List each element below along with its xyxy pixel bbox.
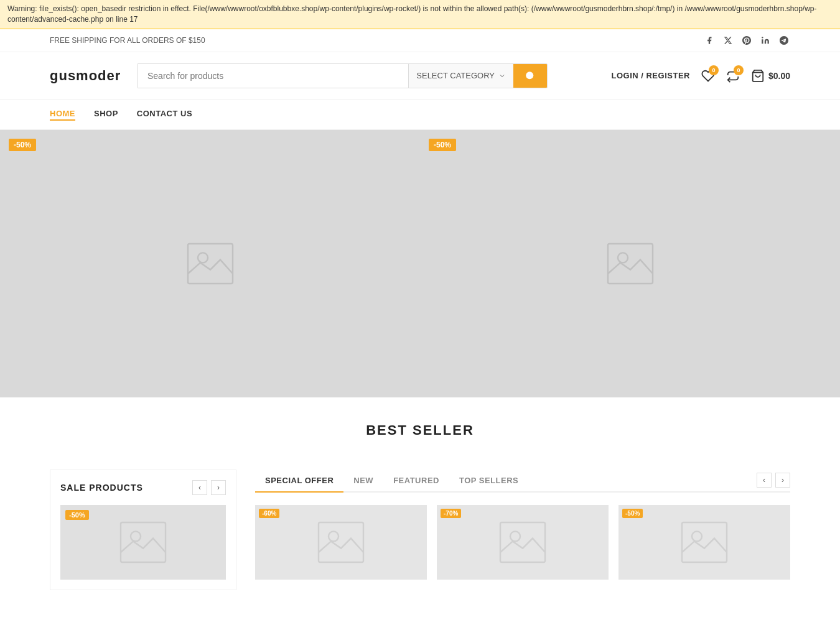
- tab-new[interactable]: NEW: [343, 470, 383, 493]
- svg-point-11: [329, 531, 338, 541]
- warning-bar: Warning: file_exists(): open_basedir res…: [0, 0, 840, 29]
- sale-product-image: -50%: [60, 505, 226, 580]
- placeholder-image-icon-2: [605, 239, 655, 289]
- hero-right-image: [420, 130, 840, 397]
- sale-products-title: SALE PRODUCTS: [60, 483, 143, 493]
- wishlist-badge: 0: [709, 65, 719, 75]
- header: gusmoder SELECT CATEGORY LOGIN / REGISTE…: [0, 52, 840, 100]
- svg-rect-4: [188, 244, 233, 284]
- search-button[interactable]: [513, 64, 547, 88]
- svg-point-7: [618, 252, 628, 262]
- hero-left-badge: -50%: [9, 139, 36, 151]
- search-icon: [525, 70, 536, 81]
- category-select-label: SELECT CATEGORY: [416, 71, 495, 80]
- nav-item-home[interactable]: HOME: [50, 109, 75, 121]
- search-bar: SELECT CATEGORY: [137, 63, 548, 88]
- bottom-panels: SALE PRODUCTS ‹ › -50% SPECIAL OFFER NEW…: [0, 470, 840, 615]
- sale-products-prev-button[interactable]: ‹: [192, 480, 207, 495]
- product-placeholder-icon-3: [679, 517, 729, 567]
- x-twitter-icon[interactable]: [722, 34, 734, 47]
- svg-rect-14: [682, 522, 727, 562]
- wishlist-button[interactable]: 0: [701, 69, 715, 83]
- svg-point-13: [510, 531, 520, 541]
- linkedin-icon[interactable]: [759, 34, 772, 47]
- svg-point-0: [762, 37, 763, 38]
- hero-right-badge: -50%: [429, 139, 456, 151]
- product-card-3: -50%: [618, 505, 790, 580]
- logo[interactable]: gusmoder: [50, 68, 124, 84]
- compare-button[interactable]: 0: [726, 69, 740, 83]
- pinterest-icon[interactable]: [740, 34, 753, 47]
- sale-products-header: SALE PRODUCTS ‹ ›: [60, 480, 226, 495]
- product-image-3: -50%: [618, 505, 790, 580]
- cart-icon-wrapper: [751, 69, 765, 83]
- sale-placeholder-icon: [118, 517, 168, 567]
- product-image-1: -60%: [255, 505, 427, 580]
- placeholder-image-icon: [185, 239, 235, 289]
- product-card-2: -70%: [437, 505, 609, 580]
- search-input[interactable]: [138, 64, 408, 88]
- chevron-down-icon: [498, 72, 506, 80]
- svg-rect-8: [121, 522, 166, 562]
- hero-slide-right: -50%: [420, 130, 840, 397]
- svg-point-15: [692, 531, 702, 541]
- social-icons: [703, 34, 790, 47]
- nav-item-shop[interactable]: SHOP: [94, 109, 118, 121]
- promo-bar: FREE SHIPPING FOR ALL ORDERS OF $150: [0, 29, 840, 52]
- cart-amount: $0.00: [768, 71, 790, 81]
- tabs-nav: ‹ ›: [757, 473, 790, 488]
- sale-products-nav: ‹ ›: [192, 480, 226, 495]
- product-card-1: -60%: [255, 505, 427, 580]
- best-seller-title: BEST SELLER: [50, 422, 790, 438]
- cart-button[interactable]: $0.00: [751, 69, 790, 83]
- telegram-icon[interactable]: [778, 34, 790, 47]
- compare-badge: 0: [734, 65, 744, 75]
- cart-icon: [751, 69, 765, 83]
- product-placeholder-icon-1: [316, 517, 366, 567]
- special-offer-panel: SPECIAL OFFER NEW FEATURED TOP SELLERS ‹…: [255, 470, 790, 590]
- header-actions: LOGIN / REGISTER 0 0: [611, 69, 790, 83]
- product-image-2: -70%: [437, 505, 609, 580]
- facebook-icon[interactable]: [703, 34, 716, 47]
- products-row: -60% -70%: [255, 505, 790, 580]
- product-badge-3: -50%: [622, 509, 643, 518]
- best-seller-section: BEST SELLER: [0, 397, 840, 470]
- svg-line-2: [532, 78, 534, 80]
- svg-rect-6: [608, 244, 653, 284]
- svg-point-1: [526, 72, 533, 79]
- svg-point-9: [131, 531, 141, 541]
- tab-featured[interactable]: FEATURED: [383, 470, 449, 493]
- hero-slide-left: -50%: [0, 130, 420, 397]
- svg-rect-12: [500, 522, 545, 562]
- tab-top-sellers[interactable]: TOP SELLERS: [449, 470, 528, 493]
- hero-area: -50% -50%: [0, 130, 840, 397]
- sale-products-next-button[interactable]: ›: [211, 480, 226, 495]
- sale-products-panel: SALE PRODUCTS ‹ › -50%: [50, 470, 236, 590]
- product-placeholder-icon-2: [498, 517, 548, 567]
- tabs-prev-button[interactable]: ‹: [757, 473, 772, 488]
- svg-rect-10: [319, 522, 363, 562]
- main-nav: HOME SHOP CONTACT US: [0, 100, 840, 130]
- login-register-link[interactable]: LOGIN / REGISTER: [611, 71, 689, 80]
- warning-text: Warning: file_exists(): open_basedir res…: [7, 4, 817, 24]
- tab-special-offer[interactable]: SPECIAL OFFER: [255, 470, 343, 493]
- product-badge-1: -60%: [259, 509, 279, 518]
- category-select-wrapper[interactable]: SELECT CATEGORY: [408, 64, 513, 88]
- product-badge-2: -70%: [441, 509, 461, 518]
- tabs-header: SPECIAL OFFER NEW FEATURED TOP SELLERS ‹…: [255, 470, 790, 493]
- promo-text: FREE SHIPPING FOR ALL ORDERS OF $150: [50, 36, 205, 45]
- hero-left-image: [0, 130, 420, 397]
- svg-point-5: [198, 252, 208, 262]
- sale-product-badge: -50%: [65, 510, 89, 520]
- tabs-next-button[interactable]: ›: [775, 473, 790, 488]
- nav-item-contact[interactable]: CONTACT US: [137, 109, 192, 121]
